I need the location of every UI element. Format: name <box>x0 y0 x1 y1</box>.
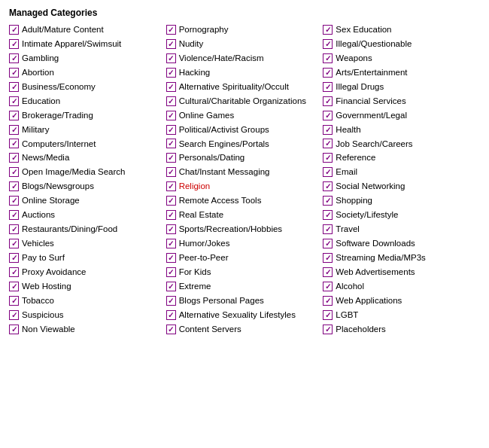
category-checkbox[interactable] <box>323 181 333 191</box>
category-label: Extreme <box>179 281 211 292</box>
category-checkbox[interactable] <box>166 68 176 78</box>
category-label: Education <box>22 96 60 107</box>
category-label: Pay to Surf <box>22 252 65 264</box>
category-checkbox[interactable] <box>9 267 19 277</box>
category-checkbox[interactable] <box>323 125 333 135</box>
category-checkbox[interactable] <box>166 181 176 191</box>
category-label: News/Media <box>22 152 69 163</box>
list-item: Auctions <box>9 208 166 222</box>
category-checkbox[interactable] <box>166 53 176 63</box>
category-checkbox[interactable] <box>166 282 176 291</box>
list-item: Web Applications <box>323 294 480 308</box>
category-checkbox[interactable] <box>323 196 333 206</box>
category-label: Pornography <box>179 24 229 35</box>
category-label: Restaurants/Dining/Food <box>22 224 117 235</box>
category-checkbox[interactable] <box>9 68 19 78</box>
category-checkbox[interactable] <box>9 239 19 248</box>
category-label: Web Hosting <box>22 281 71 292</box>
category-checkbox[interactable] <box>166 25 176 35</box>
category-checkbox[interactable] <box>323 68 333 78</box>
category-checkbox[interactable] <box>166 239 176 248</box>
category-checkbox[interactable] <box>166 111 176 120</box>
category-checkbox[interactable] <box>9 53 19 63</box>
category-label: Vehicles <box>22 238 54 249</box>
category-checkbox[interactable] <box>166 253 176 263</box>
category-checkbox[interactable] <box>323 282 333 291</box>
category-label: Political/Activist Groups <box>179 124 269 136</box>
category-checkbox[interactable] <box>323 139 333 148</box>
category-checkbox[interactable] <box>166 39 176 49</box>
category-checkbox[interactable] <box>9 139 19 148</box>
category-checkbox[interactable] <box>166 267 176 277</box>
category-checkbox[interactable] <box>9 39 19 49</box>
category-checkbox[interactable] <box>9 181 19 191</box>
category-checkbox[interactable] <box>9 167 19 177</box>
category-checkbox[interactable] <box>323 210 333 220</box>
list-item: Cultural/Charitable Organizations <box>166 94 323 108</box>
list-item: Blogs Personal Pages <box>166 294 323 308</box>
category-checkbox[interactable] <box>9 25 19 35</box>
category-label: Alternative Sexuality Lifestyles <box>179 309 296 321</box>
list-item: Chat/Instant Messaging <box>166 165 323 179</box>
category-label: Online Storage <box>22 195 80 206</box>
category-checkbox[interactable] <box>323 267 333 277</box>
category-checkbox[interactable] <box>323 153 333 163</box>
category-checkbox[interactable] <box>9 310 19 320</box>
category-checkbox[interactable] <box>323 325 333 334</box>
category-checkbox[interactable] <box>323 310 333 320</box>
category-checkbox[interactable] <box>166 139 176 148</box>
category-checkbox[interactable] <box>323 82 333 92</box>
category-checkbox[interactable] <box>9 296 19 306</box>
category-checkbox[interactable] <box>166 167 176 177</box>
category-label: Illegal/Questionable <box>336 38 412 50</box>
category-checkbox[interactable] <box>166 82 176 92</box>
list-item: Education <box>9 94 166 108</box>
category-checkbox[interactable] <box>323 39 333 49</box>
category-checkbox[interactable] <box>9 282 19 291</box>
category-checkbox[interactable] <box>166 310 176 320</box>
category-checkbox[interactable] <box>166 325 176 334</box>
category-checkbox[interactable] <box>323 239 333 248</box>
category-checkbox[interactable] <box>323 25 333 35</box>
category-checkbox[interactable] <box>323 96 333 106</box>
category-checkbox[interactable] <box>9 125 19 135</box>
list-item: Nudity <box>166 37 323 51</box>
list-item: Email <box>323 165 480 179</box>
category-label: Online Games <box>179 110 235 121</box>
category-checkbox[interactable] <box>323 53 333 63</box>
list-item: Gambling <box>9 51 166 66</box>
category-checkbox[interactable] <box>9 224 19 234</box>
category-label: Financial Services <box>336 96 405 107</box>
category-checkbox[interactable] <box>9 153 19 163</box>
category-checkbox[interactable] <box>9 253 19 263</box>
category-checkbox[interactable] <box>323 111 333 120</box>
category-checkbox[interactable] <box>166 125 176 135</box>
list-item: Restaurants/Dining/Food <box>9 222 166 236</box>
category-checkbox[interactable] <box>166 296 176 306</box>
category-label: For Kids <box>179 267 211 278</box>
category-checkbox[interactable] <box>323 253 333 263</box>
category-checkbox[interactable] <box>9 325 19 334</box>
category-checkbox[interactable] <box>166 153 176 163</box>
category-checkbox[interactable] <box>323 224 333 234</box>
category-checkbox[interactable] <box>9 196 19 206</box>
category-label: Remote Access Tools <box>179 195 262 206</box>
category-label: Sex Education <box>336 24 391 35</box>
category-checkbox[interactable] <box>323 167 333 177</box>
category-label: Computers/Internet <box>22 139 96 150</box>
section-title: Managed Categories <box>9 8 480 18</box>
category-checkbox[interactable] <box>9 210 19 220</box>
category-checkbox[interactable] <box>166 224 176 234</box>
category-label: Suspicious <box>22 309 64 321</box>
category-checkbox[interactable] <box>9 111 19 120</box>
category-label: Health <box>336 124 360 136</box>
list-item: Health <box>323 123 480 137</box>
category-checkbox[interactable] <box>166 210 176 220</box>
category-checkbox[interactable] <box>9 96 19 106</box>
list-item: News/Media <box>9 151 166 165</box>
category-checkbox[interactable] <box>166 96 176 106</box>
category-checkbox[interactable] <box>9 82 19 92</box>
category-checkbox[interactable] <box>323 296 333 306</box>
category-checkbox[interactable] <box>166 196 176 206</box>
list-item: Travel <box>323 222 480 236</box>
